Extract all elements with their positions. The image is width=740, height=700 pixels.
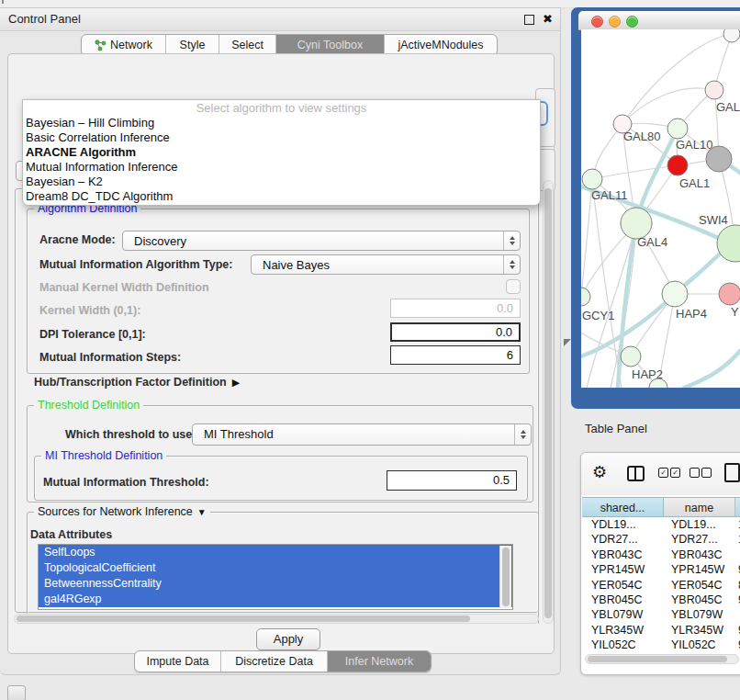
which-threshold-combobox[interactable]: MI Threshold xyxy=(192,423,532,446)
mi-type-combobox[interactable]: Naive Bayes xyxy=(251,254,521,275)
column-layout-icon[interactable] xyxy=(627,466,645,481)
table-row[interactable]: YBR045CYBR045C9. xyxy=(582,593,740,607)
network-node[interactable] xyxy=(621,346,641,367)
table-row[interactable]: YBL079WYBL079W xyxy=(582,607,740,622)
data-attribute-item[interactable]: gal4RGexp xyxy=(39,592,512,607)
data-attribute-item[interactable]: TopologicalCoefficient xyxy=(39,560,512,576)
data-attributes-list[interactable]: SelfLoopsTopologicalCoefficientBetweenne… xyxy=(38,544,513,610)
network-node[interactable] xyxy=(719,283,740,305)
table-row[interactable]: YPR145WYPR145W9. xyxy=(582,562,740,577)
sources-title[interactable]: Sources for Network Inference▼ xyxy=(34,505,210,518)
settings-gear-icon[interactable]: ⚙ xyxy=(592,463,607,481)
list-scrollbar-thumb[interactable] xyxy=(502,548,510,606)
tab-select[interactable]: Select xyxy=(219,35,276,55)
control-panel-header: Control Panel ✖ xyxy=(0,8,560,31)
network-node[interactable] xyxy=(723,29,740,42)
network-node[interactable] xyxy=(667,119,688,139)
stepper-icon xyxy=(514,424,531,445)
tab-network[interactable]: Network xyxy=(82,35,166,55)
close-icon[interactable]: ✖ xyxy=(543,11,553,28)
collapse-down-icon: ▼ xyxy=(197,507,207,517)
settings-hscrollbar-thumb[interactable] xyxy=(17,615,470,622)
dpi-tolerance-field[interactable]: 0.0 xyxy=(390,322,521,342)
close-traffic-light-icon[interactable] xyxy=(591,16,603,28)
table-cell: YBR043C xyxy=(664,548,735,562)
algorithm-option[interactable]: Bayesian – Hill Climbing xyxy=(23,116,540,130)
tab-discretize-data[interactable]: Discretize Data xyxy=(221,651,328,672)
table-row[interactable]: YBR043CYBR043C xyxy=(582,548,740,562)
deselect-all-checkbox-icon[interactable] xyxy=(701,468,712,478)
tab-style[interactable]: Style xyxy=(166,35,219,55)
network-node[interactable] xyxy=(621,208,652,239)
table-hscrollbar[interactable] xyxy=(585,654,739,664)
table-hscrollbar-thumb[interactable] xyxy=(588,656,727,662)
table-cell: YDR27... xyxy=(664,532,735,547)
select-all-checkbox-icon[interactable]: ✓ xyxy=(670,468,680,478)
zoom-traffic-light-icon[interactable] xyxy=(626,16,638,28)
settings-vscrollbar-thumb[interactable] xyxy=(544,188,552,618)
data-attributes-label: Data Attributes xyxy=(30,528,112,541)
aracne-mode-combobox[interactable]: Discovery xyxy=(122,231,521,251)
control-panel-window: Control Panel ✖ Network Style Select Cyn… xyxy=(0,7,561,675)
network-window-titlebar[interactable] xyxy=(578,11,740,30)
algorithm-placeholder: Select algorithm to view settings xyxy=(23,101,540,116)
cyni-mode-tabbar: Impute Data Discretize Data Infer Networ… xyxy=(134,650,432,672)
tab-impute-data[interactable]: Impute Data xyxy=(135,651,221,672)
network-node[interactable] xyxy=(667,155,688,175)
manual-kernel-checkbox[interactable] xyxy=(506,279,521,294)
table-cell: YER054C xyxy=(582,578,664,593)
hub-definition-toggle[interactable]: Hub/Transcription Factor Definition▶ xyxy=(34,376,240,389)
tab-cyni-toolbox[interactable]: Cyni Toolbox xyxy=(276,35,385,55)
algorithm-option[interactable]: ARACNE Algorithm xyxy=(23,145,540,160)
network-canvas[interactable]: GALGAL80GAL10GAL1GAL11SWI4GAL4GCY1HAP4YH… xyxy=(581,29,740,388)
network-node-label: SWI4 xyxy=(699,213,728,227)
column-header-name[interactable]: name xyxy=(664,497,735,517)
column-header-shared-name[interactable]: shared... xyxy=(582,497,664,517)
table-row[interactable]: YER054CYER054C8. xyxy=(582,578,740,593)
stepper-icon xyxy=(503,255,520,274)
network-node-label: GAL1 xyxy=(679,176,710,190)
float-window-icon[interactable] xyxy=(524,15,534,25)
mi-threshold-field[interactable]: 0.5 xyxy=(387,470,517,491)
algorithm-option[interactable]: Bayesian – K2 xyxy=(23,175,540,189)
network-edge[interactable] xyxy=(581,233,740,356)
network-node[interactable] xyxy=(705,81,723,99)
settings-hscrollbar[interactable] xyxy=(14,614,539,624)
network-edge[interactable] xyxy=(592,165,678,179)
apply-button[interactable]: Apply xyxy=(256,628,320,650)
document-icon[interactable] xyxy=(724,463,740,482)
algorithm-option[interactable]: Dream8 DC_TDC Algorithm xyxy=(23,189,540,204)
algorithm-option[interactable]: Mutual Information Inference xyxy=(23,160,540,175)
deselect-all-checkbox-icon[interactable] xyxy=(690,468,700,478)
column-header-partial[interactable] xyxy=(735,497,740,517)
mi-steps-field[interactable]: 6 xyxy=(390,345,521,365)
tab-infer-network[interactable]: Infer Network xyxy=(328,651,431,672)
algorithm-option[interactable]: Basic Correlation Inference xyxy=(23,130,540,145)
table-row[interactable]: YIL052CYIL052C9. xyxy=(582,638,740,652)
table-header-row: shared... name xyxy=(582,497,740,517)
minimize-traffic-light-icon[interactable] xyxy=(609,16,621,28)
minimized-panel-button[interactable] xyxy=(7,685,26,700)
network-node[interactable] xyxy=(582,169,602,189)
tab-jactivemnodules-label: jActiveMNodules xyxy=(398,35,483,55)
tab-select-label: Select xyxy=(231,35,263,55)
tab-jactivemnodules[interactable]: jActiveMNodules xyxy=(385,35,497,55)
network-view-window[interactable]: GALGAL80GAL10GAL1GAL11SWI4GAL4GCY1HAP4YH… xyxy=(571,7,740,409)
network-edge[interactable] xyxy=(684,351,740,388)
kernel-width-field[interactable]: 0.0 xyxy=(390,299,521,318)
data-attribute-item[interactable]: BetweennessCentrality xyxy=(39,576,512,592)
network-node[interactable] xyxy=(662,281,688,307)
table-cell: 9. xyxy=(735,623,740,638)
select-all-checkbox-icon[interactable]: ✓ xyxy=(658,468,668,478)
tab-discretize-data-label: Discretize Data xyxy=(235,651,313,672)
table-row[interactable]: YDL19...YDL19...13 xyxy=(582,517,740,532)
network-node[interactable] xyxy=(581,288,590,306)
network-node[interactable] xyxy=(706,146,732,172)
list-scrollbar[interactable] xyxy=(499,546,511,608)
settings-vscrollbar[interactable] xyxy=(543,180,554,624)
data-attribute-item[interactable]: SelfLoops xyxy=(39,545,512,560)
network-node[interactable] xyxy=(717,225,740,262)
table-row[interactable]: YLR345WYLR345W9. xyxy=(582,623,740,638)
table-cell xyxy=(735,607,740,622)
table-row[interactable]: YDR27...YDR27...12 xyxy=(582,532,740,547)
